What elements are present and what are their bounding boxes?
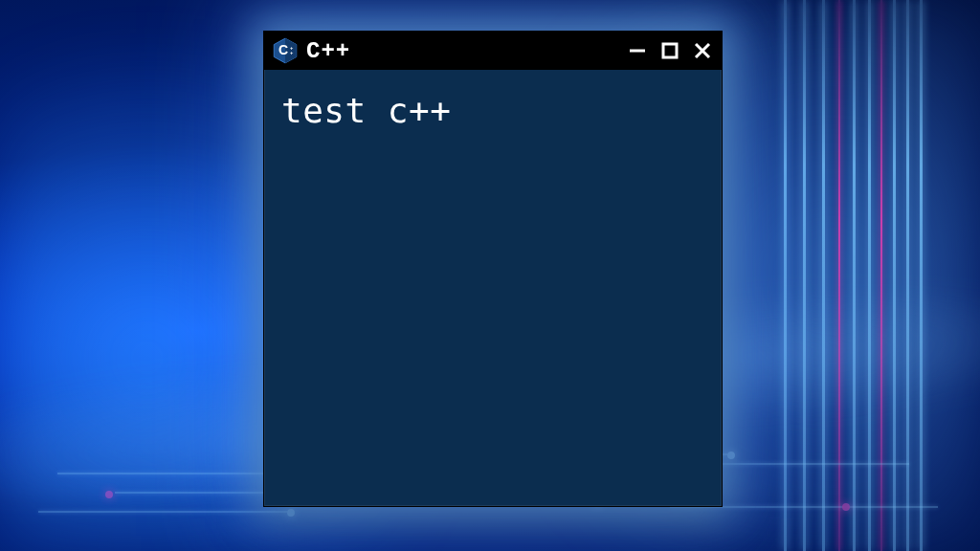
window-title: C++ <box>306 38 350 64</box>
app-window: C + + C++ <box>263 31 723 507</box>
svg-text:C: C <box>278 42 288 57</box>
svg-rect-6 <box>663 44 677 57</box>
window-controls <box>628 41 712 60</box>
titlebar[interactable]: C + + C++ <box>264 32 722 70</box>
cpp-hex-icon: C + + <box>272 37 299 64</box>
minimize-button[interactable] <box>628 41 647 60</box>
console-output: test c++ <box>281 91 704 130</box>
console-area[interactable]: test c++ <box>264 70 722 151</box>
maximize-button[interactable] <box>660 41 679 60</box>
close-button[interactable] <box>693 41 712 60</box>
